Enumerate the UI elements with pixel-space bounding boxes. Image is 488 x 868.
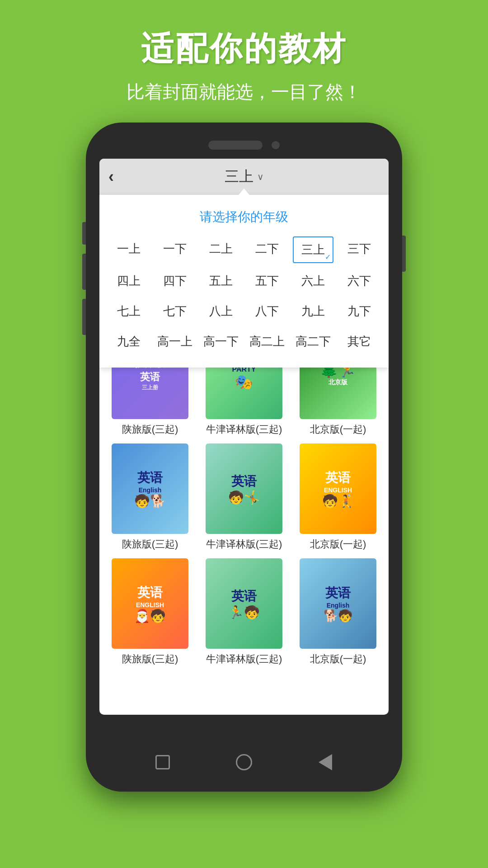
- home-icon: [236, 754, 252, 770]
- volume-up-button: [82, 254, 86, 290]
- grade-item-g2down[interactable]: 高二下: [293, 329, 333, 354]
- grade-item-6up[interactable]: 六上: [293, 269, 333, 293]
- recent-apps-icon: [155, 755, 170, 769]
- book-cover: 英语 ENGLISH 🧒🤾: [300, 443, 376, 534]
- grade-item-2up[interactable]: 二上: [201, 236, 241, 263]
- dropdown-arrow-icon[interactable]: ∨: [257, 171, 264, 182]
- system-back-button[interactable]: [314, 751, 337, 774]
- dropdown-pointer: [239, 189, 249, 195]
- textbook-grid: 陕旅版英语 三上册 陕旅版(三起) FANCY DRESSPARTY 🎭 牛津译…: [99, 321, 389, 673]
- grade-item-7up[interactable]: 七上: [108, 299, 149, 324]
- nav-title: 三上 ∨: [225, 167, 264, 187]
- grade-item-1up[interactable]: 一上: [108, 236, 149, 263]
- book-label: 北京版(一起): [310, 652, 366, 666]
- recent-apps-button[interactable]: [151, 751, 174, 774]
- phone-speaker: [208, 141, 263, 150]
- phone-bottom-nav: [86, 742, 402, 783]
- phone-camera: [272, 141, 280, 149]
- phone-mockup: ‹ 三上 ∨ 陕旅版英语 三上册 陕旅版(三起): [86, 123, 402, 792]
- list-item[interactable]: 英语 🏃🧒 牛津译林版(三起): [201, 558, 287, 666]
- back-button[interactable]: ‹: [108, 167, 114, 186]
- book-label: 牛津译林版(三起): [206, 538, 282, 551]
- book-cover: 英语 🧒🤸: [206, 443, 282, 534]
- grade-item-5up[interactable]: 五上: [201, 269, 241, 293]
- list-item[interactable]: 英语 English 🧒🐕 陕旅版(三起): [107, 443, 193, 551]
- grade-item-2down[interactable]: 二下: [247, 236, 287, 263]
- book-label: 陕旅版(三起): [122, 652, 178, 666]
- book-label: 陕旅版(三起): [122, 423, 178, 436]
- book-label: 牛津译林版(三起): [206, 423, 282, 436]
- grade-item-3up[interactable]: 三上: [293, 236, 333, 263]
- grade-item-8down[interactable]: 八下: [247, 299, 287, 324]
- grade-item-7down[interactable]: 七下: [155, 299, 195, 324]
- volume-down-button: [82, 299, 86, 335]
- grade-item-6down[interactable]: 六下: [339, 269, 380, 293]
- grade-item-1down[interactable]: 一下: [155, 236, 195, 263]
- list-item[interactable]: 英语 ENGLISH 🧒🤾 北京版(一起): [295, 443, 381, 551]
- list-item[interactable]: 英语 English 🐕🧒 北京版(一起): [295, 558, 381, 666]
- grade-item-other[interactable]: 其它: [339, 329, 380, 354]
- home-button[interactable]: [233, 751, 255, 774]
- grade-item-9all[interactable]: 九全: [108, 329, 149, 354]
- back-arrow-icon: [319, 754, 332, 770]
- page-subtitle: 比着封面就能选，一目了然！: [127, 80, 361, 104]
- list-item[interactable]: 英语 ENGLISH 🎅🧒 陕旅版(三起): [107, 558, 193, 666]
- grade-item-4down[interactable]: 四下: [155, 269, 195, 293]
- current-grade-label: 三上: [225, 167, 253, 187]
- grade-item-4up[interactable]: 四上: [108, 269, 149, 293]
- grade-dropdown[interactable]: 请选择你的年级 一上 一下 二上 二下 三上 三下 四上 四下 五上 五下 六上…: [99, 195, 389, 368]
- grade-item-9up[interactable]: 九上: [293, 299, 333, 324]
- book-label: 北京版(一起): [310, 423, 366, 436]
- page-title: 适配你的教材: [127, 27, 361, 71]
- phone-top-bar: [86, 123, 402, 159]
- book-label: 牛津译林版(三起): [206, 652, 282, 666]
- grade-item-3down[interactable]: 三下: [339, 236, 380, 263]
- grade-item-g1down[interactable]: 高一下: [201, 329, 241, 354]
- power-button: [402, 236, 406, 272]
- phone-screen: ‹ 三上 ∨ 陕旅版英语 三上册 陕旅版(三起): [99, 159, 389, 715]
- volume-silent-button: [82, 222, 86, 245]
- book-label: 陕旅版(三起): [122, 538, 178, 551]
- grade-item-g1up[interactable]: 高一上: [155, 329, 195, 354]
- list-item[interactable]: 英语 🧒🤸 牛津译林版(三起): [201, 443, 287, 551]
- grade-selector-title: 请选择你的年级: [108, 208, 380, 226]
- book-cover: 英语 🏃🧒: [206, 558, 282, 649]
- book-cover: 英语 English 🧒🐕: [112, 443, 188, 534]
- book-cover: 英语 ENGLISH 🎅🧒: [112, 558, 188, 649]
- grade-item-8up[interactable]: 八上: [201, 299, 241, 324]
- grade-item-g2up[interactable]: 高二上: [247, 329, 287, 354]
- book-label: 北京版(一起): [310, 538, 366, 551]
- grade-item-5down[interactable]: 五下: [247, 269, 287, 293]
- book-cover: 英语 English 🐕🧒: [300, 558, 376, 649]
- grade-item-9down[interactable]: 九下: [339, 299, 380, 324]
- hero-section: 适配你的教材 比着封面就能选，一目了然！: [127, 27, 361, 104]
- grade-grid: 一上 一下 二上 二下 三上 三下 四上 四下 五上 五下 六上 六下 七上 七…: [108, 236, 380, 354]
